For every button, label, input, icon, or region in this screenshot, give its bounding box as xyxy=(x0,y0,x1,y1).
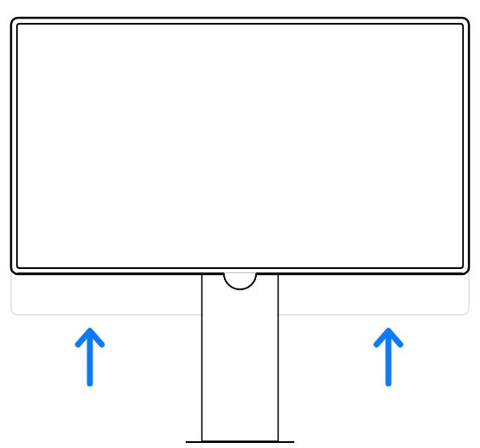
arrow-up-left-icon xyxy=(78,331,102,384)
arrow-up-right-icon xyxy=(377,331,400,384)
monitor-screen xyxy=(17,24,463,268)
stand-neck xyxy=(202,273,278,441)
monitor-adjustment-diagram xyxy=(0,0,480,448)
